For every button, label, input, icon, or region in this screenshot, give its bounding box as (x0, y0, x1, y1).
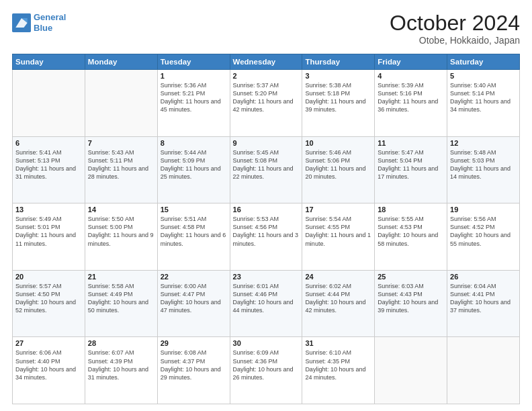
cell-details: Sunrise: 6:10 AM Sunset: 4:35 PM Dayligh… (305, 349, 371, 381)
sunrise-text: Sunrise: 5:46 AM (305, 148, 371, 156)
cell-details: Sunrise: 5:44 AM Sunset: 5:09 PM Dayligh… (161, 148, 227, 181)
cell-details: Sunrise: 6:08 AM Sunset: 4:37 PM Dayligh… (161, 349, 227, 381)
cell-details: Sunrise: 5:45 AM Sunset: 5:08 PM Dayligh… (233, 148, 300, 181)
cell-details: Sunrise: 5:38 AM Sunset: 5:18 PM Dayligh… (305, 81, 371, 114)
calendar-cell: 7 Sunrise: 5:43 AM Sunset: 5:11 PM Dayli… (85, 136, 157, 203)
daylight-text: Daylight: 10 hours and 55 minutes. (450, 231, 517, 247)
sunset-text: Sunset: 5:03 PM (450, 156, 517, 165)
sunrise-text: Sunrise: 6:04 AM (450, 282, 517, 290)
sunrise-text: Sunrise: 5:36 AM (161, 81, 227, 89)
weekday-header-wednesday: Wednesday (230, 54, 302, 70)
calendar-cell: 29 Sunrise: 6:08 AM Sunset: 4:37 PM Dayl… (157, 337, 230, 404)
header: General Blue October 2024 Otobe, Hokkaid… (12, 12, 520, 46)
calendar-cell: 18 Sunrise: 5:55 AM Sunset: 4:53 PM Dayl… (375, 203, 447, 271)
daylight-text: Daylight: 11 hours and 17 minutes. (378, 165, 444, 181)
daylight-text: Daylight: 10 hours and 44 minutes. (233, 298, 300, 314)
sunset-text: Sunset: 4:36 PM (233, 357, 300, 365)
day-number: 7 (88, 139, 154, 147)
daylight-text: Daylight: 10 hours and 50 minutes. (88, 298, 154, 314)
calendar-cell (85, 70, 157, 137)
day-number: 22 (161, 273, 227, 281)
cell-details: Sunrise: 5:40 AM Sunset: 5:14 PM Dayligh… (450, 81, 517, 114)
sunset-text: Sunset: 4:40 PM (15, 357, 82, 365)
calendar-cell: 19 Sunrise: 5:56 AM Sunset: 4:52 PM Dayl… (447, 203, 520, 271)
day-number: 12 (450, 139, 517, 147)
cell-details: Sunrise: 5:43 AM Sunset: 5:11 PM Dayligh… (88, 148, 154, 181)
location: Otobe, Hokkaido, Japan (390, 35, 520, 46)
sunrise-text: Sunrise: 6:09 AM (233, 349, 300, 357)
sunset-text: Sunset: 4:58 PM (161, 223, 227, 231)
calendar-cell: 1 Sunrise: 5:36 AM Sunset: 5:21 PM Dayli… (157, 70, 230, 137)
sunrise-text: Sunrise: 5:43 AM (88, 148, 154, 156)
day-number: 9 (233, 139, 300, 147)
sunset-text: Sunset: 4:50 PM (15, 290, 82, 298)
daylight-text: Daylight: 10 hours and 42 minutes. (305, 298, 371, 314)
cell-details: Sunrise: 5:41 AM Sunset: 5:13 PM Dayligh… (15, 148, 82, 181)
sunrise-text: Sunrise: 6:06 AM (15, 349, 82, 357)
day-number: 13 (15, 205, 82, 214)
sunrise-text: Sunrise: 5:58 AM (88, 282, 154, 290)
sunset-text: Sunset: 5:09 PM (161, 156, 227, 165)
day-number: 3 (305, 72, 371, 80)
calendar-cell: 17 Sunrise: 5:54 AM Sunset: 4:55 PM Dayl… (302, 203, 375, 271)
logo-line1: General (34, 12, 66, 22)
day-number: 29 (161, 339, 227, 347)
cell-details: Sunrise: 5:49 AM Sunset: 5:01 PM Dayligh… (15, 215, 82, 248)
cell-details: Sunrise: 6:07 AM Sunset: 4:39 PM Dayligh… (88, 349, 154, 381)
daylight-text: Daylight: 11 hours and 11 minutes. (15, 231, 82, 247)
sunset-text: Sunset: 5:13 PM (15, 156, 82, 165)
daylight-text: Daylight: 10 hours and 37 minutes. (450, 298, 517, 314)
cell-details: Sunrise: 6:09 AM Sunset: 4:36 PM Dayligh… (233, 349, 300, 381)
daylight-text: Daylight: 10 hours and 52 minutes. (15, 298, 82, 314)
daylight-text: Daylight: 11 hours and 3 minutes. (233, 231, 300, 247)
sunset-text: Sunset: 4:35 PM (305, 357, 371, 365)
sunrise-text: Sunrise: 5:45 AM (233, 148, 300, 156)
cell-details: Sunrise: 6:02 AM Sunset: 4:44 PM Dayligh… (305, 282, 371, 315)
daylight-text: Daylight: 11 hours and 36 minutes. (378, 97, 444, 113)
sunrise-text: Sunrise: 5:54 AM (305, 215, 371, 223)
sunrise-text: Sunrise: 5:49 AM (15, 215, 82, 223)
daylight-text: Daylight: 10 hours and 58 minutes. (378, 231, 444, 247)
sunrise-text: Sunrise: 5:41 AM (15, 148, 82, 156)
calendar-cell: 2 Sunrise: 5:37 AM Sunset: 5:20 PM Dayli… (230, 70, 302, 137)
calendar-week-5: 27 Sunrise: 6:06 AM Sunset: 4:40 PM Dayl… (13, 337, 520, 404)
day-number: 24 (305, 273, 371, 281)
daylight-text: Daylight: 11 hours and 39 minutes. (305, 97, 371, 113)
calendar-cell: 4 Sunrise: 5:39 AM Sunset: 5:16 PM Dayli… (375, 70, 447, 137)
sunset-text: Sunset: 5:04 PM (378, 156, 444, 165)
day-number: 4 (378, 72, 444, 80)
cell-details: Sunrise: 5:56 AM Sunset: 4:52 PM Dayligh… (450, 215, 517, 248)
sunset-text: Sunset: 4:52 PM (450, 223, 517, 231)
sunset-text: Sunset: 4:37 PM (161, 357, 227, 365)
day-number: 10 (305, 139, 371, 147)
calendar-cell: 3 Sunrise: 5:38 AM Sunset: 5:18 PM Dayli… (302, 70, 375, 137)
calendar-cell: 26 Sunrise: 6:04 AM Sunset: 4:41 PM Dayl… (447, 270, 520, 337)
calendar-cell: 14 Sunrise: 5:50 AM Sunset: 5:00 PM Dayl… (85, 203, 157, 271)
sunset-text: Sunset: 5:20 PM (233, 89, 300, 97)
logo-text: General Blue (34, 12, 66, 33)
calendar-cell: 24 Sunrise: 6:02 AM Sunset: 4:44 PM Dayl… (302, 270, 375, 337)
sunset-text: Sunset: 4:49 PM (88, 290, 154, 298)
daylight-text: Daylight: 10 hours and 29 minutes. (161, 365, 227, 381)
day-number: 5 (450, 72, 517, 80)
day-number: 25 (378, 273, 444, 281)
sunrise-text: Sunrise: 5:37 AM (233, 81, 300, 89)
calendar-cell: 15 Sunrise: 5:51 AM Sunset: 4:58 PM Dayl… (157, 203, 230, 271)
day-number: 2 (233, 72, 300, 80)
weekday-header-friday: Friday (375, 54, 447, 70)
calendar-cell (13, 70, 85, 137)
sunrise-text: Sunrise: 5:44 AM (161, 148, 227, 156)
day-number: 28 (88, 339, 154, 347)
daylight-text: Daylight: 10 hours and 26 minutes. (233, 365, 300, 381)
cell-details: Sunrise: 6:06 AM Sunset: 4:40 PM Dayligh… (15, 349, 82, 381)
cell-details: Sunrise: 6:03 AM Sunset: 4:43 PM Dayligh… (378, 282, 444, 315)
logo: General Blue (12, 12, 66, 33)
day-number: 31 (305, 339, 371, 347)
sunrise-text: Sunrise: 6:03 AM (378, 282, 444, 290)
sunset-text: Sunset: 4:47 PM (161, 290, 227, 298)
sunset-text: Sunset: 5:08 PM (233, 156, 300, 165)
cell-details: Sunrise: 5:37 AM Sunset: 5:20 PM Dayligh… (233, 81, 300, 114)
day-number: 1 (161, 72, 227, 80)
calendar-cell: 28 Sunrise: 6:07 AM Sunset: 4:39 PM Dayl… (85, 337, 157, 404)
sunrise-text: Sunrise: 6:10 AM (305, 349, 371, 357)
